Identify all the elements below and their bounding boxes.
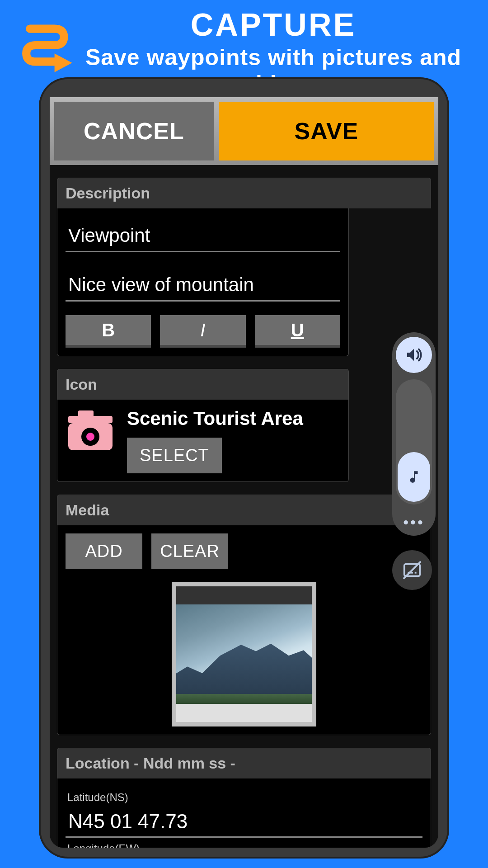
thumbnail-frame-bottom [176,704,312,722]
icon-section-header: Icon [57,369,349,400]
media-thumbnail[interactable] [172,582,316,726]
select-icon-button[interactable]: SELECT [127,438,222,473]
cancel-button[interactable]: CANCEL [54,102,214,160]
description-section: B I U [57,208,349,356]
add-media-button[interactable]: ADD [66,533,142,569]
svg-rect-1 [78,410,94,417]
icon-section: Scenic Tourist Area SELECT [57,400,349,482]
underline-button[interactable]: U [255,315,340,348]
italic-button[interactable]: I [160,315,245,348]
latitude-input[interactable] [66,804,422,838]
waypoint-title-input[interactable] [66,217,340,252]
mountain-photo-icon [176,604,312,704]
thumbnail-frame-top [176,586,312,604]
media-section-header: Media [57,495,431,525]
caption-off-icon[interactable] [392,550,432,590]
action-bar: CANCEL SAVE [50,97,438,165]
clear-media-button[interactable]: CLEAR [151,533,228,569]
more-dots-icon[interactable]: ••• [403,514,425,531]
volume-slider[interactable] [396,379,432,505]
latitude-label: Latitude(NS) [67,791,422,804]
camera-icon [66,408,115,453]
bold-button[interactable]: B [66,315,151,348]
longitude-label: Longitude(EW) [67,842,422,848]
description-section-header: Description [57,178,431,208]
save-button[interactable]: SAVE [219,102,434,160]
location-section: Latitude(NS) Longitude(EW) W79 10 33.15 [57,778,431,848]
music-note-icon [398,452,430,502]
svg-point-4 [86,433,94,441]
app-logo-icon [18,16,77,75]
waypoint-body-input[interactable] [66,266,340,302]
screen: CANCEL SAVE Description B I U Icon [50,97,438,848]
banner-title: CAPTURE [77,9,470,41]
device-frame: CANCEL SAVE Description B I U Icon [41,79,447,857]
speaker-icon[interactable] [396,337,432,373]
icon-name-label: Scenic Tourist Area [127,408,303,429]
media-section: ADD CLEAR [57,525,431,735]
location-section-header: Location - Ndd mm ss - [57,748,431,778]
svg-rect-0 [68,416,113,423]
volume-panel: ••• [392,332,436,536]
